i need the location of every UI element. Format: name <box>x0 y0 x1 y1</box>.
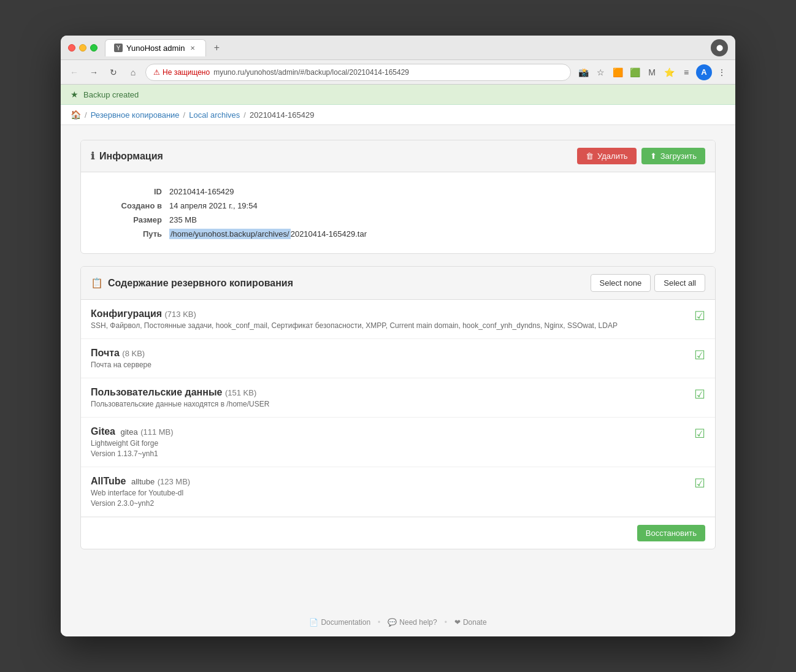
path-highlight: /home/yunohost.backup/archives/ <box>169 229 291 239</box>
gitea-checkbox[interactable]: ☑ <box>684 426 705 441</box>
maximize-window-button[interactable] <box>90 44 98 52</box>
select-all-label: Select all <box>664 278 696 288</box>
back-button[interactable]: ← <box>67 65 82 80</box>
breadcrumb-sep-2: / <box>183 110 186 120</box>
notification-banner: ★ Backup created <box>61 85 735 105</box>
home-breadcrumb-icon[interactable]: 🏠 <box>71 110 81 120</box>
title-bar: Y YunoHost admin ✕ + ⬤ <box>61 36 735 60</box>
select-none-button[interactable]: Select none <box>591 274 651 292</box>
section-row-gitea: Gitea gitea (111 MB) Lightweight Git for… <box>81 418 715 467</box>
userdata-desc: Пользовательские данные находятся в /hom… <box>91 400 684 408</box>
info-row-size: Размер 235 MB <box>96 213 700 227</box>
config-checkbox[interactable]: ☑ <box>684 308 705 323</box>
section-info-userdata: Пользовательские данные (151 KB) Пользов… <box>91 387 684 408</box>
size-label: Размер <box>96 215 169 224</box>
content-card-title: 📋 Содержание резервного копирования <box>91 277 293 289</box>
info-card-title: ℹ Информация <box>91 150 163 162</box>
traffic-lights <box>68 44 98 52</box>
profile-button[interactable]: А <box>696 64 712 80</box>
mail-checkbox[interactable]: ☑ <box>684 348 705 362</box>
tab-title: YunoHost admin <box>126 44 185 53</box>
select-all-button[interactable]: Select all <box>654 274 705 292</box>
restore-button[interactable]: Восстановить <box>637 525 705 541</box>
donate-link[interactable]: ❤ Donate <box>454 618 487 627</box>
alltube-desc2: Version 2.3.0~ynh2 <box>91 499 684 508</box>
alltube-desc1: Web interface for Youtube-dl <box>91 489 684 497</box>
gitea-desc1: Lightweight Git forge <box>91 439 684 448</box>
section-info-gitea: Gitea gitea (111 MB) Lightweight Git for… <box>91 426 684 458</box>
userdata-checkbox[interactable]: ☑ <box>684 387 705 402</box>
id-value: 20210414-165429 <box>169 187 234 196</box>
breadcrumb-sep-3: / <box>243 110 246 120</box>
security-indicator: ⚠ Не защищено <box>153 68 210 77</box>
section-row-config: Конфигурация (713 KB) SSH, Файрвол, Пост… <box>81 300 715 339</box>
upload-icon: ⬆ <box>650 151 657 161</box>
select-buttons: Select none Select all <box>591 274 705 292</box>
info-icon: ℹ <box>91 150 94 162</box>
mail-name: Почта <box>91 348 120 358</box>
alltube-subtitle: alltube <box>131 477 155 486</box>
alltube-checkbox[interactable]: ☑ <box>684 476 705 491</box>
path-label: Путь <box>96 229 169 239</box>
breadcrumb-link-backup[interactable]: Резервное копирование <box>91 110 180 120</box>
address-input[interactable]: ⚠ Не защищено myuno.ru/yunohost/admin/#/… <box>145 64 571 81</box>
gitea-name: Gitea <box>91 426 115 437</box>
section-row-alltube: AllTube alltube (123 MB) Web interface f… <box>81 467 715 517</box>
page-footer: 📄 Documentation • 💬 Need help? • ❤ Donat… <box>61 608 735 636</box>
upload-label: Загрузить <box>660 151 697 161</box>
url-text: myuno.ru/yunohost/admin/#/backup/local/2… <box>213 68 563 77</box>
info-card-header: ℹ Информация 🗑 Удалить ⬆ Загрузить <box>81 140 715 172</box>
extension2-icon[interactable]: 🟩 <box>627 65 642 80</box>
content-icon: 📋 <box>91 277 103 289</box>
home-button[interactable]: ⌂ <box>126 65 140 80</box>
toolbar-icons: 📸 ☆ 🟧 🟩 M ⭐ ≡ А ⋮ <box>576 64 729 80</box>
page-content: ★ Backup created 🏠 / Резервное копирован… <box>61 85 735 636</box>
tab-area: Y YunoHost admin ✕ + <box>105 39 711 56</box>
config-desc: SSH, Файрвол, Постоянные задачи, hook_co… <box>91 321 684 330</box>
donate-icon: ❤ <box>454 618 461 627</box>
mail-desc: Почта на сервере <box>91 361 684 369</box>
section-row-mail: Почта (8 KB) Почта на сервере ☑ <box>81 339 715 378</box>
close-window-button[interactable] <box>68 44 75 52</box>
breadcrumb-link-local[interactable]: Local archives <box>189 110 240 120</box>
delete-button[interactable]: 🗑 Удалить <box>577 148 637 164</box>
section-title-config: Конфигурация (713 KB) <box>91 308 684 319</box>
screenshot-icon[interactable]: 📸 <box>576 65 591 80</box>
minimize-window-button[interactable] <box>79 44 86 52</box>
extension3-icon[interactable]: ⭐ <box>662 65 676 80</box>
menu-icon[interactable]: ⋮ <box>714 65 729 80</box>
breadcrumb-sep-1: / <box>85 110 87 120</box>
userdata-name: Пользовательские данные <box>91 387 223 397</box>
new-tab-button[interactable]: + <box>209 40 224 56</box>
section-title-mail: Почта (8 KB) <box>91 348 684 359</box>
main-area: ℹ Информация 🗑 Удалить ⬆ Загрузить <box>61 125 735 608</box>
info-row-created: Создано в 14 апреля 2021 г., 19:54 <box>96 199 700 213</box>
help-icon: 💬 <box>388 618 397 627</box>
bookmark-icon[interactable]: ☆ <box>593 65 608 80</box>
forward-button[interactable]: → <box>86 65 101 80</box>
mail-size: (8 KB) <box>122 349 145 358</box>
extension1-icon[interactable]: 🟧 <box>610 65 625 80</box>
gmail-icon[interactable]: M <box>645 65 659 80</box>
footer-sep-1: • <box>378 618 380 627</box>
address-bar: ← → ↻ ⌂ ⚠ Не защищено myuno.ru/yunohost/… <box>61 60 735 85</box>
close-tab-button[interactable]: ✕ <box>188 44 197 52</box>
created-label: Создано в <box>96 201 169 210</box>
config-size: (713 KB) <box>165 310 196 319</box>
extension4-icon[interactable]: ≡ <box>679 65 694 80</box>
breadcrumb-current: 20210414-165429 <box>250 110 315 120</box>
help-label: Need help? <box>399 618 437 627</box>
section-title-userdata: Пользовательские данные (151 KB) <box>91 387 684 398</box>
window-record-button[interactable]: ⬤ <box>711 39 728 56</box>
help-link[interactable]: 💬 Need help? <box>388 618 437 627</box>
refresh-button[interactable]: ↻ <box>106 65 121 80</box>
section-info-config: Конфигурация (713 KB) SSH, Файрвол, Пост… <box>91 308 684 330</box>
path-rest: 20210414-165429.tar <box>291 229 367 239</box>
gitea-subtitle: gitea <box>120 427 137 437</box>
documentation-link[interactable]: 📄 Documentation <box>309 618 370 627</box>
id-label: ID <box>96 187 169 196</box>
gitea-desc2: Version 1.13.7~ynh1 <box>91 449 684 458</box>
active-tab[interactable]: Y YunoHost admin ✕ <box>105 39 206 56</box>
warning-icon: ⚠ <box>153 68 160 77</box>
upload-button[interactable]: ⬆ Загрузить <box>641 148 705 164</box>
